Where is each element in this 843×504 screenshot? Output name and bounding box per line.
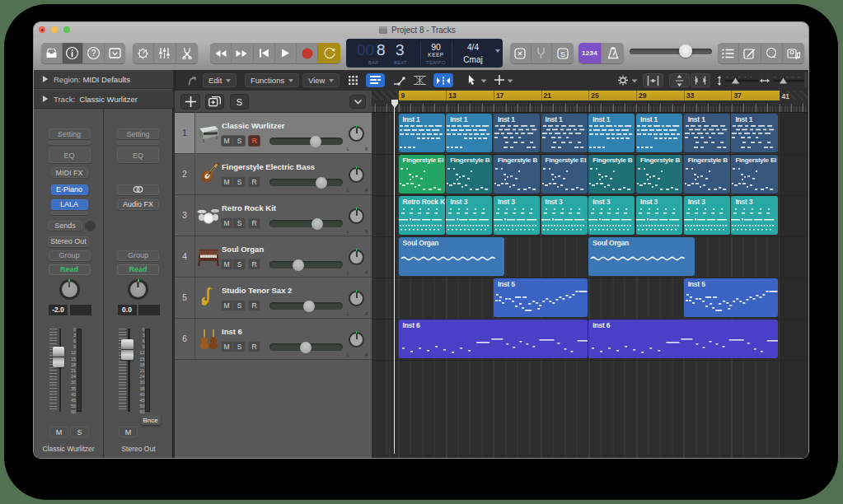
svg-text:?: ? [91, 49, 96, 58]
svg-text:S: S [560, 49, 565, 58]
